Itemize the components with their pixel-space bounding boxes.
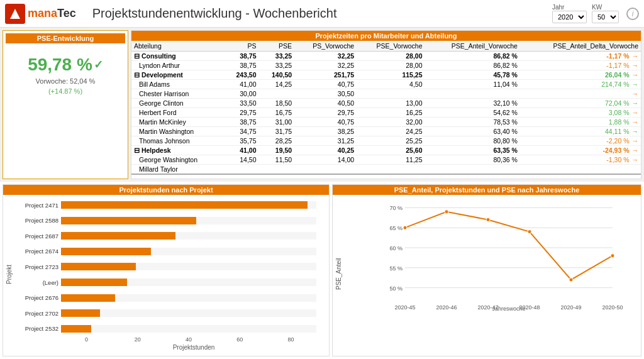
cell-anteil-vor: 63,40 %: [425, 127, 520, 136]
svg-marker-0: [10, 9, 20, 19]
cell-ps-vor: 40,75: [294, 80, 357, 89]
svg-text:Jahreswoche: Jahreswoche: [492, 306, 525, 311]
table-row: George Clinton 33,50 18,50 40,50 13,00 3…: [131, 99, 641, 108]
info-icon[interactable]: i: [626, 8, 639, 20]
col-ps: PS: [223, 41, 259, 52]
bar-row: Project 2687: [14, 230, 316, 241]
bar-track: [61, 325, 316, 333]
cell-anteil-vor: 54,62 %: [425, 108, 520, 118]
bar-chart-area: Project 2471 Project 2588 Project 2687 P…: [14, 197, 326, 351]
cell-pse-vor: 28,00: [357, 52, 425, 61]
bar-track: [61, 279, 316, 286]
main: PSE-Entwicklung 59,78 % ✓ Vorwoche: 52,0…: [0, 28, 644, 359]
cell-name: Martin McKinley: [131, 118, 223, 127]
table-row: George Washington 14,50 11,50 14,00 11,2…: [131, 155, 641, 165]
cell-ps-vor: 40,75: [294, 118, 357, 127]
cell-name: Gesamt: [131, 174, 223, 176]
cell-pse: 16,75: [259, 108, 295, 118]
cell-pse: 18,50: [259, 99, 295, 108]
cell-ps: 41,00: [223, 80, 259, 89]
bar-label: (Leer): [14, 279, 58, 286]
cell-anteil-vor: 86,82 %: [425, 52, 520, 61]
cell-name: Bill Adams: [131, 80, 223, 89]
cell-ps: 323,25: [223, 174, 259, 176]
table-row: Martin Washington 34,75 31,75 38,25 24,2…: [131, 127, 641, 136]
line-chart-svg: 70 %65 %60 %55 %50 %2020-452020-462020-4…: [360, 197, 638, 311]
x-tick: 20: [112, 336, 163, 343]
svg-text:55 %: 55 %: [389, 265, 402, 272]
logo-text: manaTec: [28, 7, 76, 20]
col-abteilung: Abteilung: [131, 41, 223, 52]
line-chart-panel: PSE_Anteil, Projektstunden und PSE nach …: [332, 184, 641, 356]
col-delta-vor: PSE_Anteil_Delta_Vorwoche: [520, 41, 641, 52]
cell-ps-vor: 29,75: [294, 108, 357, 118]
table-scroll[interactable]: Abteilung PS PSE PS_Vorwoche PSE_Vorwoch…: [131, 41, 641, 176]
svg-text:65 %: 65 %: [389, 225, 402, 231]
cell-ps-vor: 32,25: [294, 52, 357, 61]
x-axis-ticks: 020406080: [14, 336, 326, 343]
cell-pse: 140,50: [259, 70, 295, 80]
cell-name: Thomas Johnson: [131, 136, 223, 146]
cell-ps: 35,75: [223, 136, 259, 146]
page-title: Projektstundenentwicklung - Wochenberich…: [92, 6, 552, 21]
bar-fill: [61, 248, 151, 255]
svg-point-22: [569, 278, 573, 282]
cell-delta-vor: -24,93 %→: [520, 146, 641, 155]
cell-pse: 31,75: [259, 127, 295, 136]
bar-label: Project 2588: [14, 217, 58, 224]
svg-point-19: [445, 210, 448, 214]
bar-row: Project 2588: [14, 215, 316, 226]
cell-ps-vor: 40,50: [294, 99, 357, 108]
col-ps-vor: PS_Vorwoche: [294, 41, 357, 52]
bar-y-axis-label: Projekt: [6, 197, 14, 351]
cell-ps: 38,75: [223, 61, 259, 70]
cell-delta-vor: 72,04 %→: [520, 99, 641, 108]
logo-area: manaTec: [5, 4, 76, 24]
bar-row: (Leer): [14, 277, 316, 288]
cell-ps: 243,50: [223, 70, 259, 80]
kw-select[interactable]: 50: [592, 11, 619, 23]
cell-anteil-vor: 86,82 %: [425, 61, 520, 70]
cell-anteil-vor: 11,04 %: [425, 80, 520, 89]
year-label: Jahr: [552, 4, 564, 11]
cell-anteil-vor: [425, 89, 520, 99]
table-panel: Projektzeiten pro Mitarbeiter und Abteil…: [131, 30, 641, 179]
bar-row: Project 2674: [14, 246, 316, 257]
data-table: Abteilung PS PSE PS_Vorwoche PSE_Vorwoch…: [131, 41, 641, 176]
cell-pse-vor: 24,25: [357, 127, 425, 136]
cell-pse: 31,00: [259, 118, 295, 127]
cell-pse-vor: 115,25: [357, 70, 425, 80]
bar-label: Project 2532: [14, 325, 58, 332]
svg-text:60 %: 60 %: [389, 245, 402, 251]
top-section: PSE-Entwicklung 59,78 % ✓ Vorwoche: 52,0…: [0, 28, 644, 182]
pse-check-icon: ✓: [94, 58, 103, 72]
x-tick: 0: [61, 336, 112, 343]
kw-group: KW 50: [592, 4, 619, 23]
bar-row: Project 2532: [14, 323, 316, 334]
cell-name: George Clinton: [131, 99, 223, 108]
bar-chart-content: Projekt Project 2471 Project 2588 Projec…: [3, 195, 329, 353]
cell-delta-vor: -1,17 %→: [520, 61, 641, 70]
cell-delta-vor: -2,20 %→: [520, 136, 641, 146]
svg-point-23: [611, 254, 614, 258]
line-chart-title: PSE_Anteil, Projektstunden und PSE nach …: [333, 185, 641, 195]
cell-name: ⊟ Consulting: [131, 52, 223, 61]
bars-container: Project 2471 Project 2588 Project 2687 P…: [14, 197, 326, 336]
bar-fill: [61, 279, 127, 286]
cell-pse-vor: 11,25: [357, 155, 425, 165]
bar-chart-title: Projektstunden nach Projekt: [3, 185, 329, 195]
cell-ps: 34,75: [223, 127, 259, 136]
svg-point-21: [528, 230, 531, 234]
year-select[interactable]: 2020: [552, 11, 587, 23]
cell-ps: 14,50: [223, 155, 259, 165]
cell-name: Millard Taylor: [131, 165, 223, 175]
cell-delta-vor: 3,08 %→: [520, 108, 641, 118]
cell-pse: [259, 165, 295, 175]
bar-fill: [61, 325, 91, 333]
cell-delta-vor: 1,88 %→: [520, 118, 641, 127]
cell-ps-vor: 251,75: [294, 70, 357, 80]
bar-fill: [61, 263, 136, 270]
bar-label: Project 2687: [14, 233, 58, 240]
col-anteil-vor: PSE_Anteil_Vorwoche: [425, 41, 520, 52]
x-tick: 60: [214, 336, 265, 343]
